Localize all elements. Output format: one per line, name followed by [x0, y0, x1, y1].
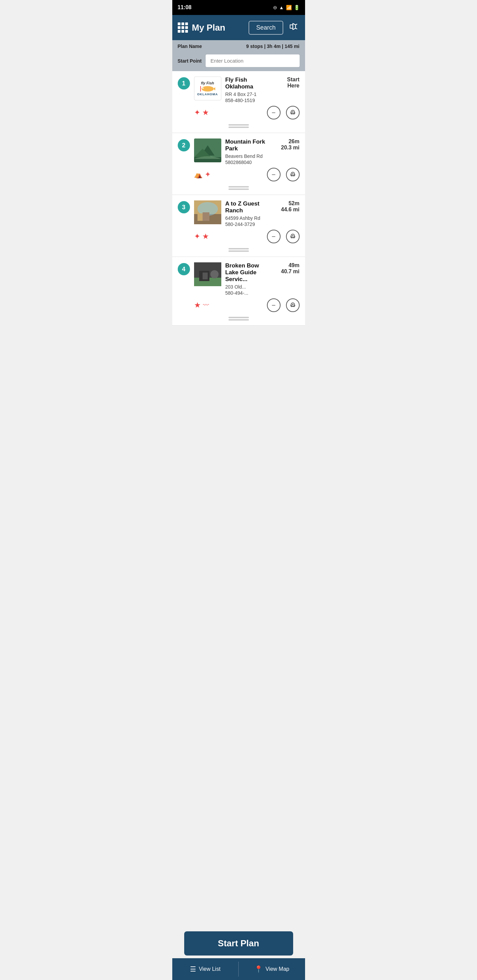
stop-item-1: 1 fly Fish OKLAHOMA Fly Fish Oklahoma RR… — [172, 71, 305, 133]
remove-stop-2-button[interactable]: − — [267, 168, 281, 181]
svg-point-18 — [292, 235, 294, 237]
svg-rect-15 — [203, 212, 209, 221]
stops-list: 1 fly Fish OKLAHOMA Fly Fish Oklahoma RR… — [172, 71, 305, 326]
location-stop-1-button[interactable] — [286, 106, 300, 119]
drag-handle-2[interactable] — [178, 183, 300, 195]
stop-thumbnail-1: fly Fish OKLAHOMA — [194, 76, 221, 100]
stop-item-3: 3 A to Z Guest Ranch 64599 Ashby Rd 580-… — [172, 195, 305, 257]
grid-icon[interactable] — [178, 22, 188, 33]
plan-stats: 9 stops | 3h 4m | 145 mi — [246, 43, 299, 49]
location-stop-4-button[interactable] — [286, 298, 300, 312]
stop-distance-4: 49m 40.7 mi — [276, 262, 300, 275]
stop-info-2: Mountain Fork Park Beavers Bend Rd 58028… — [225, 138, 272, 165]
stop-distance-2: 26m 20.3 mi — [276, 138, 300, 151]
svg-point-23 — [211, 270, 219, 278]
stop-number-4: 4 — [178, 263, 190, 275]
sun3-icon: ✦ — [194, 232, 200, 241]
svg-point-25 — [292, 304, 294, 305]
stop-address-3: 64599 Ashby Rd — [225, 215, 272, 221]
stop-info-3: A to Z Guest Ranch 64599 Ashby Rd 580-24… — [225, 200, 272, 227]
stop-phone-2: 5802868040 — [225, 159, 272, 165]
stop-name-1: Fly Fish Oklahoma — [225, 76, 272, 90]
status-time: 11:08 — [178, 5, 192, 11]
stop-info-4: Broken Bow Lake Guide Servic... 203 Old.… — [225, 262, 272, 296]
stop-amenity-icons-4: ★ 〰 — [178, 301, 209, 310]
stop-actions-3: ✦ ★ − — [178, 227, 300, 245]
stop-phone-1: 858-480-1519 — [225, 98, 272, 103]
stop-name-2: Mountain Fork Park — [225, 138, 272, 152]
stop-action-buttons-4: − — [267, 298, 300, 312]
stop-actions-1: ✦ ★ − — [178, 103, 300, 121]
stop-header-3: 3 A to Z Guest Ranch 64599 Ashby Rd 580-… — [178, 200, 300, 227]
stop-address-2: Beavers Bend Rd — [225, 153, 272, 159]
stop-number-1: 1 — [178, 77, 190, 89]
sun2-icon: ✦ — [205, 170, 211, 179]
waves-icon: 〰 — [203, 302, 209, 309]
stop-thumbnail-4 — [194, 262, 221, 286]
stop-action-buttons-3: − — [267, 230, 300, 243]
remove-stop-3-button[interactable]: − — [267, 230, 281, 243]
stop-name-4: Broken Bow Lake Guide Servic... — [225, 262, 272, 283]
stop-phone-4: 580-494-... — [225, 290, 272, 296]
stop-item-4: 4 Broken Bow Lake Guide Servic... 203 Ol… — [172, 257, 305, 326]
remove-stop-1-button[interactable]: − — [267, 106, 281, 119]
stop-amenity-icons-3: ✦ ★ — [178, 232, 209, 241]
status-icons: ⊖ ▲ 📶 🔋 — [273, 5, 300, 10]
stop-info-1: Fly Fish Oklahoma RR 4 Box 27-1 858-480-… — [225, 76, 272, 103]
stop-number-2: 2 — [178, 139, 190, 151]
start-point-input[interactable] — [206, 54, 299, 67]
stop-distance-1: StartHere — [276, 76, 300, 89]
stop-amenity-icons-1: ✦ ★ — [178, 108, 209, 117]
share-button[interactable] — [287, 21, 300, 35]
stop-amenity-icons-2: ⛺ ✦ — [178, 170, 211, 179]
search-button[interactable]: Search — [249, 21, 283, 35]
wifi-icon: ▲ — [279, 5, 284, 10]
svg-marker-1 — [214, 87, 215, 91]
svg-point-5 — [292, 111, 294, 113]
stop-header-4: 4 Broken Bow Lake Guide Servic... 203 Ol… — [178, 262, 300, 296]
svg-point-0 — [201, 86, 214, 92]
stop-address-1: RR 4 Box 27-1 — [225, 92, 272, 97]
stop-name-3: A to Z Guest Ranch — [225, 200, 272, 214]
plan-name-label: Plan Name — [178, 43, 202, 49]
sun-icon: ✦ — [194, 108, 200, 117]
drag-handle-3[interactable] — [178, 245, 300, 256]
stop-phone-3: 580-244-3729 — [225, 221, 272, 227]
location-stop-3-button[interactable] — [286, 230, 300, 243]
status-bar: 11:08 ⊖ ▲ 📶 🔋 — [172, 0, 305, 15]
ranch-svg — [194, 200, 221, 224]
svg-point-11 — [292, 173, 294, 175]
stop-action-buttons-1: − — [267, 106, 300, 119]
content-area: Plan Name 9 stops | 3h 4m | 145 mi Start… — [172, 40, 305, 373]
stop-number-3: 3 — [178, 201, 190, 213]
signal-icon: 📶 — [286, 5, 292, 10]
svg-rect-22 — [203, 272, 208, 279]
start-point-label: Start Point — [178, 58, 202, 64]
fly-fish-svg — [200, 85, 215, 92]
stop-actions-2: ⛺ ✦ − — [178, 165, 300, 183]
do-not-disturb-icon: ⊖ — [273, 5, 277, 10]
location-stop-2-button[interactable] — [286, 168, 300, 181]
remove-stop-4-button[interactable]: − — [267, 298, 281, 312]
star2-icon: ★ — [202, 232, 209, 241]
star3-icon: ★ — [194, 301, 201, 310]
stop-header-1: 1 fly Fish OKLAHOMA Fly Fish Oklahoma RR… — [178, 76, 300, 103]
stop-distance-3: 52m 44.6 mi — [276, 200, 300, 213]
stop-actions-4: ★ 〰 − — [178, 296, 300, 313]
stop-action-buttons-2: − — [267, 168, 300, 181]
battery-icon: 🔋 — [294, 5, 300, 10]
app-header: My Plan Search — [172, 15, 305, 40]
stop-header-2: 2 Mountain Fork Park Beavers Bend Rd 580… — [178, 138, 300, 165]
tent-icon: ⛺ — [194, 170, 203, 179]
svg-rect-16 — [198, 213, 203, 221]
drag-handle-1[interactable] — [178, 121, 300, 133]
broken-bow-svg — [194, 262, 221, 286]
stop-thumbnail-3 — [194, 200, 221, 224]
plan-info-bar: Plan Name 9 stops | 3h 4m | 145 mi — [172, 40, 305, 52]
stop-item-2: 2 Mountain Fork Park Beavers Bend Rd 580… — [172, 133, 305, 195]
page-title: My Plan — [192, 22, 245, 33]
star-icon: ★ — [202, 108, 209, 117]
drag-handle-4[interactable] — [178, 313, 300, 325]
start-point-row: Start Point — [172, 52, 305, 71]
stop-address-4: 203 Old... — [225, 284, 272, 290]
